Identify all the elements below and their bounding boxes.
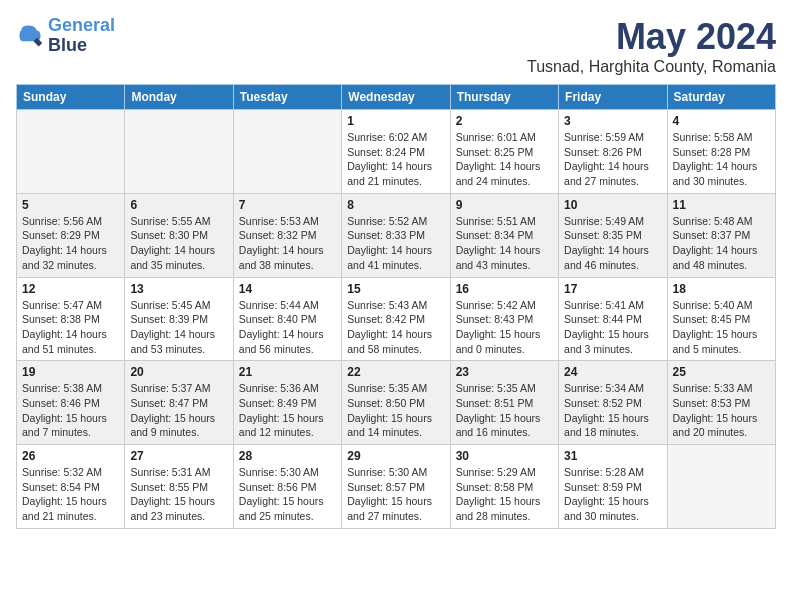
day-info: Sunrise: 5:45 AMSunset: 8:39 PMDaylight:… <box>130 298 227 357</box>
day-number: 6 <box>130 198 227 212</box>
calendar-day-cell: 8Sunrise: 5:52 AMSunset: 8:33 PMDaylight… <box>342 193 450 277</box>
day-info: Sunrise: 5:41 AMSunset: 8:44 PMDaylight:… <box>564 298 661 357</box>
day-number: 24 <box>564 365 661 379</box>
day-info: Sunrise: 5:28 AMSunset: 8:59 PMDaylight:… <box>564 465 661 524</box>
day-info: Sunrise: 5:53 AMSunset: 8:32 PMDaylight:… <box>239 214 336 273</box>
calendar-day-cell: 23Sunrise: 5:35 AMSunset: 8:51 PMDayligh… <box>450 361 558 445</box>
calendar-week-row: 1Sunrise: 6:02 AMSunset: 8:24 PMDaylight… <box>17 110 776 194</box>
calendar-week-row: 26Sunrise: 5:32 AMSunset: 8:54 PMDayligh… <box>17 445 776 529</box>
day-info: Sunrise: 5:34 AMSunset: 8:52 PMDaylight:… <box>564 381 661 440</box>
day-number: 14 <box>239 282 336 296</box>
calendar-day-cell: 31Sunrise: 5:28 AMSunset: 8:59 PMDayligh… <box>559 445 667 529</box>
calendar-day-cell <box>667 445 775 529</box>
calendar-week-row: 12Sunrise: 5:47 AMSunset: 8:38 PMDayligh… <box>17 277 776 361</box>
day-info: Sunrise: 5:52 AMSunset: 8:33 PMDaylight:… <box>347 214 444 273</box>
day-number: 10 <box>564 198 661 212</box>
day-info: Sunrise: 5:43 AMSunset: 8:42 PMDaylight:… <box>347 298 444 357</box>
calendar-day-cell: 6Sunrise: 5:55 AMSunset: 8:30 PMDaylight… <box>125 193 233 277</box>
day-number: 27 <box>130 449 227 463</box>
calendar-day-cell <box>233 110 341 194</box>
calendar-day-cell: 11Sunrise: 5:48 AMSunset: 8:37 PMDayligh… <box>667 193 775 277</box>
day-number: 28 <box>239 449 336 463</box>
calendar-day-cell: 26Sunrise: 5:32 AMSunset: 8:54 PMDayligh… <box>17 445 125 529</box>
day-number: 26 <box>22 449 119 463</box>
calendar-day-cell: 19Sunrise: 5:38 AMSunset: 8:46 PMDayligh… <box>17 361 125 445</box>
calendar-day-cell: 29Sunrise: 5:30 AMSunset: 8:57 PMDayligh… <box>342 445 450 529</box>
logo-text: General Blue <box>48 16 115 56</box>
day-info: Sunrise: 5:55 AMSunset: 8:30 PMDaylight:… <box>130 214 227 273</box>
day-number: 4 <box>673 114 770 128</box>
calendar-day-cell: 5Sunrise: 5:56 AMSunset: 8:29 PMDaylight… <box>17 193 125 277</box>
day-info: Sunrise: 5:30 AMSunset: 8:56 PMDaylight:… <box>239 465 336 524</box>
day-number: 5 <box>22 198 119 212</box>
calendar-day-cell: 20Sunrise: 5:37 AMSunset: 8:47 PMDayligh… <box>125 361 233 445</box>
day-number: 21 <box>239 365 336 379</box>
day-info: Sunrise: 5:44 AMSunset: 8:40 PMDaylight:… <box>239 298 336 357</box>
calendar-day-cell: 15Sunrise: 5:43 AMSunset: 8:42 PMDayligh… <box>342 277 450 361</box>
day-number: 8 <box>347 198 444 212</box>
logo: General Blue <box>16 16 115 56</box>
day-info: Sunrise: 5:42 AMSunset: 8:43 PMDaylight:… <box>456 298 553 357</box>
day-number: 25 <box>673 365 770 379</box>
title-block: May 2024 Tusnad, Harghita County, Romani… <box>527 16 776 76</box>
day-number: 12 <box>22 282 119 296</box>
calendar-day-cell: 28Sunrise: 5:30 AMSunset: 8:56 PMDayligh… <box>233 445 341 529</box>
day-info: Sunrise: 5:38 AMSunset: 8:46 PMDaylight:… <box>22 381 119 440</box>
day-info: Sunrise: 5:59 AMSunset: 8:26 PMDaylight:… <box>564 130 661 189</box>
day-number: 2 <box>456 114 553 128</box>
calendar-day-cell: 16Sunrise: 5:42 AMSunset: 8:43 PMDayligh… <box>450 277 558 361</box>
calendar-week-row: 19Sunrise: 5:38 AMSunset: 8:46 PMDayligh… <box>17 361 776 445</box>
day-info: Sunrise: 5:51 AMSunset: 8:34 PMDaylight:… <box>456 214 553 273</box>
calendar-day-cell <box>17 110 125 194</box>
day-number: 20 <box>130 365 227 379</box>
calendar-day-cell: 7Sunrise: 5:53 AMSunset: 8:32 PMDaylight… <box>233 193 341 277</box>
day-number: 15 <box>347 282 444 296</box>
day-number: 13 <box>130 282 227 296</box>
day-info: Sunrise: 5:47 AMSunset: 8:38 PMDaylight:… <box>22 298 119 357</box>
day-info: Sunrise: 5:36 AMSunset: 8:49 PMDaylight:… <box>239 381 336 440</box>
day-number: 16 <box>456 282 553 296</box>
day-info: Sunrise: 5:37 AMSunset: 8:47 PMDaylight:… <box>130 381 227 440</box>
day-info: Sunrise: 5:56 AMSunset: 8:29 PMDaylight:… <box>22 214 119 273</box>
day-number: 22 <box>347 365 444 379</box>
day-number: 1 <box>347 114 444 128</box>
calendar-day-cell: 10Sunrise: 5:49 AMSunset: 8:35 PMDayligh… <box>559 193 667 277</box>
day-number: 11 <box>673 198 770 212</box>
calendar-day-cell: 30Sunrise: 5:29 AMSunset: 8:58 PMDayligh… <box>450 445 558 529</box>
day-number: 30 <box>456 449 553 463</box>
calendar-day-cell: 14Sunrise: 5:44 AMSunset: 8:40 PMDayligh… <box>233 277 341 361</box>
calendar-table: SundayMondayTuesdayWednesdayThursdayFrid… <box>16 84 776 529</box>
logo-icon <box>16 22 44 50</box>
calendar-day-cell: 17Sunrise: 5:41 AMSunset: 8:44 PMDayligh… <box>559 277 667 361</box>
location: Tusnad, Harghita County, Romania <box>527 58 776 76</box>
day-info: Sunrise: 5:29 AMSunset: 8:58 PMDaylight:… <box>456 465 553 524</box>
day-info: Sunrise: 5:35 AMSunset: 8:51 PMDaylight:… <box>456 381 553 440</box>
calendar-day-cell: 13Sunrise: 5:45 AMSunset: 8:39 PMDayligh… <box>125 277 233 361</box>
day-info: Sunrise: 6:01 AMSunset: 8:25 PMDaylight:… <box>456 130 553 189</box>
day-number: 17 <box>564 282 661 296</box>
day-info: Sunrise: 5:40 AMSunset: 8:45 PMDaylight:… <box>673 298 770 357</box>
day-info: Sunrise: 5:48 AMSunset: 8:37 PMDaylight:… <box>673 214 770 273</box>
page-header: General Blue May 2024 Tusnad, Harghita C… <box>16 16 776 76</box>
weekday-header-friday: Friday <box>559 85 667 110</box>
day-info: Sunrise: 5:49 AMSunset: 8:35 PMDaylight:… <box>564 214 661 273</box>
weekday-header-sunday: Sunday <box>17 85 125 110</box>
day-info: Sunrise: 5:31 AMSunset: 8:55 PMDaylight:… <box>130 465 227 524</box>
weekday-header-thursday: Thursday <box>450 85 558 110</box>
calendar-day-cell: 18Sunrise: 5:40 AMSunset: 8:45 PMDayligh… <box>667 277 775 361</box>
day-number: 9 <box>456 198 553 212</box>
calendar-day-cell: 12Sunrise: 5:47 AMSunset: 8:38 PMDayligh… <box>17 277 125 361</box>
day-number: 29 <box>347 449 444 463</box>
weekday-header-row: SundayMondayTuesdayWednesdayThursdayFrid… <box>17 85 776 110</box>
day-info: Sunrise: 5:58 AMSunset: 8:28 PMDaylight:… <box>673 130 770 189</box>
weekday-header-monday: Monday <box>125 85 233 110</box>
day-info: Sunrise: 6:02 AMSunset: 8:24 PMDaylight:… <box>347 130 444 189</box>
calendar-day-cell <box>125 110 233 194</box>
weekday-header-saturday: Saturday <box>667 85 775 110</box>
calendar-day-cell: 25Sunrise: 5:33 AMSunset: 8:53 PMDayligh… <box>667 361 775 445</box>
weekday-header-tuesday: Tuesday <box>233 85 341 110</box>
calendar-day-cell: 22Sunrise: 5:35 AMSunset: 8:50 PMDayligh… <box>342 361 450 445</box>
day-info: Sunrise: 5:35 AMSunset: 8:50 PMDaylight:… <box>347 381 444 440</box>
day-number: 7 <box>239 198 336 212</box>
calendar-day-cell: 27Sunrise: 5:31 AMSunset: 8:55 PMDayligh… <box>125 445 233 529</box>
